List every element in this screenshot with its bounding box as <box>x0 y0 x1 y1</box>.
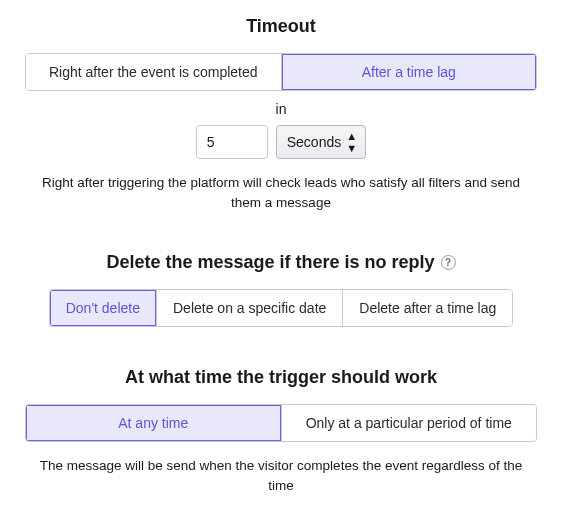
segmented-trigger-time: At any time Only at a particular period … <box>25 404 537 442</box>
chevron-updown-icon: ▲▼ <box>346 131 357 154</box>
segmented-delete: Don't delete Delete on a specific date D… <box>49 289 514 327</box>
heading-delete-message: Delete the message if there is no reply <box>106 252 434 273</box>
select-delay-unit[interactable]: Seconds ▲▼ <box>276 125 366 159</box>
opt-delete-none[interactable]: Don't delete <box>50 290 156 326</box>
opt-delete-date[interactable]: Delete on a specific date <box>156 290 342 326</box>
heading-trigger-time: At what time the trigger should work <box>25 367 537 388</box>
select-delay-unit-label: Seconds <box>287 134 341 150</box>
label-in: in <box>25 101 537 117</box>
opt-trigger-period[interactable]: Only at a particular period of time <box>281 405 537 441</box>
opt-timeout-immediate[interactable]: Right after the event is completed <box>26 54 281 90</box>
opt-delete-lag[interactable]: Delete after a time lag <box>342 290 512 326</box>
heading-delete-message-row: Delete the message if there is no reply … <box>25 252 537 273</box>
section-timeout: Timeout Right after the event is complet… <box>25 16 537 212</box>
row-delay: Seconds ▲▼ <box>25 125 537 159</box>
input-delay-value[interactable] <box>196 125 268 159</box>
caption-timeout: Right after triggering the platform will… <box>26 173 536 212</box>
segmented-timeout: Right after the event is completed After… <box>25 53 537 91</box>
section-delete-message: Delete the message if there is no reply … <box>25 252 537 327</box>
segmented-delete-wrap: Don't delete Delete on a specific date D… <box>25 289 537 327</box>
opt-timeout-lag[interactable]: After a time lag <box>281 54 537 90</box>
help-icon[interactable]: ? <box>441 255 456 270</box>
opt-trigger-anytime[interactable]: At any time <box>26 405 281 441</box>
caption-trigger-time: The message will be send when the visito… <box>26 456 536 495</box>
section-trigger-time: At what time the trigger should work At … <box>25 367 537 495</box>
heading-timeout: Timeout <box>25 16 537 37</box>
